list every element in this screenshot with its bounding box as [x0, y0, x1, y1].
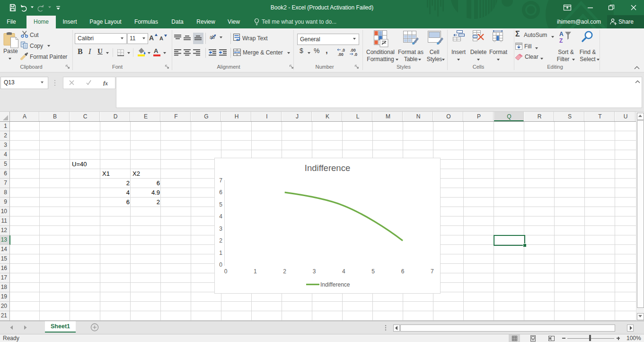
svg-text:0: 0 [219, 261, 222, 268]
svg-text:1: 1 [219, 250, 222, 256]
svg-text:.0: .0 [354, 52, 357, 56]
svg-text:5: 5 [371, 268, 375, 275]
svg-text:5: 5 [219, 201, 222, 208]
svg-text:0: 0 [224, 268, 228, 275]
svg-text:fx: fx [103, 80, 108, 86]
svg-text:7: 7 [219, 177, 222, 184]
svg-text:6: 6 [401, 268, 405, 275]
svg-text:2: 2 [219, 237, 222, 244]
svg-text:1: 1 [254, 268, 257, 275]
svg-text:2: 2 [283, 268, 286, 275]
svg-text:7: 7 [431, 268, 434, 275]
svg-text:Indifference: Indifference [320, 281, 350, 288]
svg-text:A: A [559, 31, 564, 37]
svg-text:.00: .00 [338, 52, 344, 56]
svg-text:Z: Z [559, 37, 563, 44]
svg-text:6: 6 [219, 189, 222, 196]
svg-text:4: 4 [342, 268, 345, 275]
svg-text:Indifference: Indifference [305, 163, 350, 173]
svg-text:3: 3 [313, 268, 316, 275]
svg-text:4: 4 [219, 213, 222, 220]
svg-text:3: 3 [219, 225, 222, 232]
